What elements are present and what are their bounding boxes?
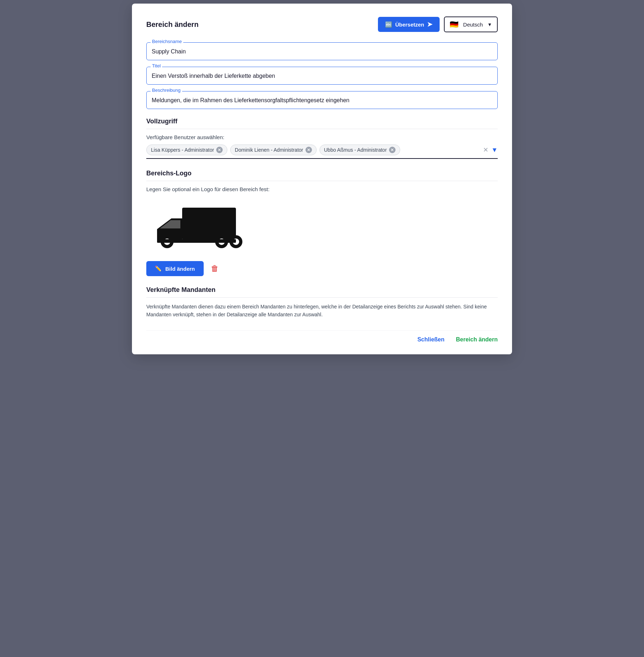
user-tag-label-2: Ubbo Aßmus - Administrator [324,147,387,153]
description-field: Beschreibung [146,91,498,109]
language-name: Deutsch [463,22,483,28]
translate-button-label: Übersetzen [395,22,424,28]
full-access-subtitle: Verfügbare Benutzer auswählen: [146,134,498,140]
modal-title: Bereich ändern [146,20,199,29]
delete-image-button[interactable]: 🗑 [209,262,221,275]
user-tag-label-1: Dominik Lienen - Administrator [235,147,303,153]
arrow-icon: ➤ [427,20,432,28]
area-name-field: Bereichsname [146,42,498,60]
area-name-input[interactable] [146,42,498,60]
truck-image-container [146,199,247,256]
user-tag-1: Dominik Lienen - Administrator ✕ [230,145,317,155]
truck-image [150,200,243,254]
image-actions: ✏️ Bild ändern 🗑 [146,261,498,276]
linked-clients-section-title: Verknüpfte Mandanten [146,286,498,294]
svg-rect-0 [182,208,236,240]
save-button[interactable]: Bereich ändern [456,336,498,343]
full-access-section-title: Vollzugriff [146,118,498,125]
modal-overlay: Bereich ändern 🔤 Übersetzen ➤ 🇩🇪 Deutsch… [0,0,644,657]
translate-button[interactable]: 🔤 Übersetzen ➤ [378,17,440,32]
title-field: Titel [146,67,498,85]
linked-clients-divider [146,297,498,298]
translate-icon: 🔤 [385,21,392,28]
user-tag-remove-2[interactable]: ✕ [389,147,396,153]
user-tag-remove-0[interactable]: ✕ [216,147,223,153]
users-select-container: Lisa Küppers - Administrator ✕ Dominik L… [146,145,498,159]
area-logo-divider [146,181,498,181]
area-name-label: Bereichsname [151,39,183,44]
user-tag-label-0: Lisa Küppers - Administrator [151,147,214,153]
language-selector[interactable]: 🇩🇪 Deutsch ▼ [444,16,498,32]
user-tag-2: Ubbo Aßmus - Administrator ✕ [319,145,400,155]
users-select-actions: ✕ ▼ [483,146,498,154]
linked-clients-description: Verknüpfte Mandanten dienen dazu einem B… [146,303,498,319]
trash-icon: 🗑 [211,264,219,273]
title-label: Titel [151,63,162,68]
area-logo-subtitle: Legen Sie optional ein Logo für diesen B… [146,186,498,192]
modal-dialog: Bereich ändern 🔤 Übersetzen ➤ 🇩🇪 Deutsch… [132,4,512,354]
description-input[interactable] [146,91,498,109]
close-button[interactable]: Schließen [417,336,445,343]
user-tag-remove-1[interactable]: ✕ [306,147,312,153]
flag-icon: 🇩🇪 [450,20,459,29]
pencil-icon: ✏️ [155,265,162,272]
modal-footer: Schließen Bereich ändern [146,330,498,343]
users-dropdown-icon[interactable]: ▼ [491,146,498,154]
description-label: Beschreibung [151,88,182,93]
change-image-label: Bild ändern [165,266,195,272]
full-access-divider [146,129,498,129]
header-controls: 🔤 Übersetzen ➤ 🇩🇪 Deutsch ▼ [378,16,498,32]
title-input[interactable] [146,67,498,85]
svg-marker-3 [160,220,180,228]
svg-rect-10 [157,239,236,243]
area-logo-section-title: Bereichs-Logo [146,170,498,177]
change-image-button[interactable]: ✏️ Bild ändern [146,261,204,276]
clear-users-icon[interactable]: ✕ [483,146,488,154]
chevron-down-icon: ▼ [487,22,492,27]
user-tag-0: Lisa Küppers - Administrator ✕ [146,145,227,155]
modal-header: Bereich ändern 🔤 Übersetzen ➤ 🇩🇪 Deutsch… [146,16,498,32]
